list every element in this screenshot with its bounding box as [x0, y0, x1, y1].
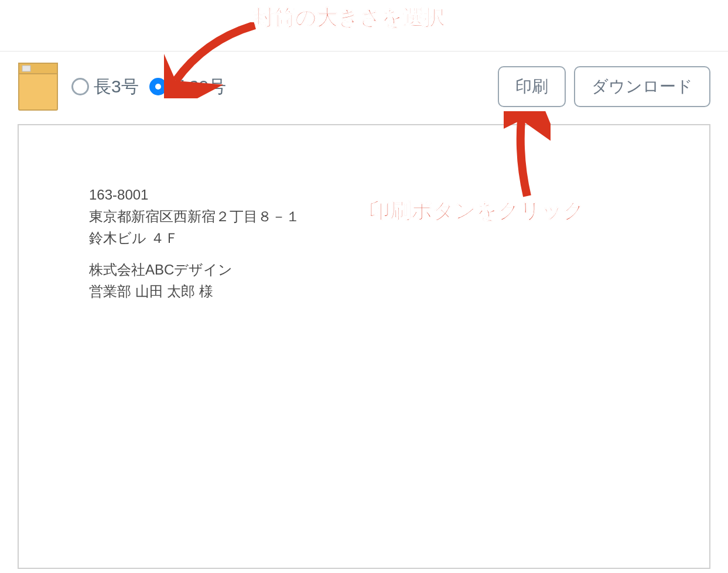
preview-recipient: 営業部 山田 太郎 様: [89, 280, 709, 302]
envelope-preview: 163-8001 東京都新宿区西新宿２丁目８－１ 鈴木ビル ４Ｆ 株式会社ABC…: [18, 124, 710, 569]
envelope-size-options: 長3号 角20号: [71, 75, 226, 99]
radio-icon: [149, 78, 167, 95]
svg-rect-2: [22, 66, 30, 71]
preview-address-2: 鈴木ビル ４Ｆ: [89, 227, 709, 249]
size-option-label: 角20号: [172, 75, 226, 99]
preview-postal-code: 163-8001: [89, 184, 709, 205]
radio-icon: [71, 78, 89, 95]
size-option-naga3[interactable]: 長3号: [71, 75, 139, 99]
toolbar: 長3号 角20号 印刷 ダウンロード: [0, 52, 728, 111]
preview-company: 株式会社ABCデザイン: [89, 259, 709, 280]
size-option-kaku20[interactable]: 角20号: [149, 75, 226, 99]
preview-address-1: 東京都新宿区西新宿２丁目８－１: [89, 205, 709, 227]
download-button[interactable]: ダウンロード: [574, 66, 710, 107]
size-option-label: 長3号: [94, 75, 139, 99]
print-button[interactable]: 印刷: [498, 66, 566, 107]
top-strip: [0, 0, 728, 52]
envelope-icon: [18, 62, 59, 111]
